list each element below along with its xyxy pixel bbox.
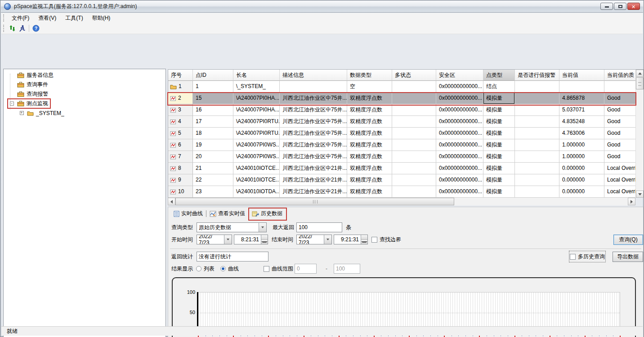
tab-0[interactable]: 实时曲线 bbox=[170, 209, 206, 219]
column-header-10[interactable]: 当前值的质 bbox=[604, 70, 636, 81]
restore-button[interactable] bbox=[614, 3, 626, 10]
cell-point-type: 结点 bbox=[483, 81, 515, 93]
table-row[interactable]: 922\A240010IOTCE...川西北江油作业区中21井...双精度浮点数… bbox=[168, 174, 644, 186]
tab-1[interactable]: 查看实时值 bbox=[206, 209, 248, 219]
dropdown-arrow-icon[interactable] bbox=[324, 235, 331, 244]
menu-item-2[interactable]: 工具(T) bbox=[61, 15, 87, 21]
table-row[interactable]: 619\A240007PI0WS...川西北江油作业区中75井...双精度浮点数… bbox=[168, 139, 644, 151]
column-header-9[interactable]: 当前值 bbox=[559, 70, 604, 81]
cell-long-name: \_SYSTEM_ bbox=[233, 81, 280, 93]
user-run-icon[interactable] bbox=[17, 24, 27, 33]
tree-item-3[interactable]: -测点监视 bbox=[4, 99, 165, 108]
start-time-spinner[interactable]: 8:21:31 bbox=[234, 235, 268, 244]
tab-2[interactable]: 历史数据 bbox=[249, 209, 286, 219]
table-vertical-scrollbar[interactable] bbox=[635, 70, 643, 198]
cell-point-id: 15 bbox=[193, 93, 233, 104]
cell-data-type: 双精度浮点数 bbox=[347, 104, 392, 116]
vertical-scroll-thumb[interactable] bbox=[636, 77, 644, 89]
checkbox-icon bbox=[371, 237, 377, 243]
export-data-button[interactable]: 导出数据 bbox=[613, 252, 643, 262]
cell-value-alarm bbox=[515, 81, 559, 93]
query-type-select[interactable]: 原始历史数据 bbox=[197, 222, 267, 232]
query-button[interactable]: 查询(Q) bbox=[613, 235, 643, 245]
end-time-spinner[interactable]: 9:21:31 bbox=[334, 235, 368, 244]
table-row[interactable]: 1023\A240010IOTDA...川西北江油作业区中21井...双精度浮点… bbox=[168, 186, 644, 198]
multi-history-checkbox[interactable]: 多历史查询 bbox=[570, 252, 605, 262]
scroll-right-button[interactable] bbox=[628, 198, 635, 205]
dropdown-arrow-icon[interactable] bbox=[259, 223, 266, 232]
collapse-icon[interactable]: - bbox=[10, 102, 14, 106]
column-header-0[interactable]: 序号 bbox=[168, 70, 193, 81]
row-seq-label: 6 bbox=[178, 139, 181, 151]
table-row[interactable]: 518\A240007PI0RTU...川西北江油作业区中75井...双精度浮点… bbox=[168, 128, 644, 139]
trend-tag-icon bbox=[170, 189, 176, 195]
cell-point-type: 模拟量 bbox=[483, 174, 515, 186]
tree-item-inner: 查询事件 bbox=[7, 80, 51, 90]
scroll-up-button[interactable] bbox=[636, 70, 644, 77]
trend-tag-icon bbox=[170, 131, 176, 136]
column-header-4[interactable]: 数据类型 bbox=[347, 70, 392, 81]
table-row[interactable]: 316\A240007PI0HA...川西北江油作业区中75井...双精度浮点数… bbox=[168, 104, 644, 116]
menu-item-0[interactable]: 文件(F) bbox=[7, 15, 34, 21]
minimize-button[interactable] bbox=[600, 3, 613, 10]
cell-security: 0x00000000000... bbox=[436, 93, 483, 104]
spinner-buttons[interactable] bbox=[361, 235, 367, 244]
table-row[interactable]: 11\_SYSTEM_空0x00000000000...结点 bbox=[168, 81, 644, 93]
trend-tag-icon bbox=[170, 107, 176, 113]
column-header-1[interactable]: 点ID bbox=[193, 70, 233, 81]
end-date-picker[interactable]: 2022/ 7/23 bbox=[296, 235, 332, 244]
help-icon[interactable]: ? bbox=[31, 24, 41, 33]
result-curve-radio[interactable]: 曲线 bbox=[220, 264, 239, 274]
range-max-value: 100 bbox=[336, 266, 345, 272]
cell-current-value: 4.835248 bbox=[559, 116, 604, 128]
row-header-cell: 1 bbox=[168, 81, 193, 93]
menu-item-1[interactable]: 查看(V) bbox=[34, 15, 61, 21]
column-header-3[interactable]: 描述信息 bbox=[280, 70, 347, 81]
expand-icon[interactable]: + bbox=[20, 111, 24, 115]
history-data-icon bbox=[252, 211, 259, 217]
cell-long-name: \A240010IOTCE... bbox=[233, 174, 280, 186]
table-row[interactable]: 417\A240007PI0RTU...川西北江油作业区中75井...双精度浮点… bbox=[168, 116, 644, 128]
column-header-2[interactable]: 长名 bbox=[233, 70, 280, 81]
tree-item-4[interactable]: +_SYSTEM_ bbox=[4, 108, 165, 118]
max-return-input[interactable]: 100 bbox=[296, 222, 342, 232]
column-header-7[interactable]: 点类型 bbox=[483, 70, 515, 81]
horizontal-scroll-thumb[interactable] bbox=[175, 198, 454, 205]
return-stats-box[interactable]: 没有进行统计 bbox=[197, 252, 268, 262]
close-button[interactable]: ✕ bbox=[627, 3, 640, 10]
view-tabs: 实时曲线查看实时值历史数据 bbox=[170, 208, 286, 219]
row-seq-label: 5 bbox=[178, 128, 181, 139]
table-row[interactable]: 821\A240010IOTCE...川西北江油作业区中21井...双精度浮点数… bbox=[168, 163, 644, 174]
table-row[interactable]: 215\A240007PI0HA...川西北江油作业区中75井...双精度浮点数… bbox=[168, 93, 644, 104]
column-header-6[interactable]: 安全区 bbox=[436, 70, 483, 81]
start-date-picker[interactable]: 2022/ 7/23 bbox=[197, 235, 232, 244]
table-horizontal-scrollbar[interactable] bbox=[168, 198, 635, 205]
tree-item-inner: -测点监视 bbox=[7, 98, 51, 109]
tree-item-0[interactable]: 服务器信息 bbox=[4, 71, 165, 80]
menu-item-3[interactable]: 帮助(H) bbox=[88, 15, 115, 21]
cell-point-type: 模拟量 bbox=[483, 151, 515, 163]
column-header-5[interactable]: 多状态 bbox=[392, 70, 436, 81]
column-header-8[interactable]: 是否进行值报警 bbox=[515, 70, 559, 81]
row-seq-label: 4 bbox=[178, 116, 181, 127]
tree-item-1[interactable]: 查询事件 bbox=[4, 80, 165, 89]
cell-value-alarm bbox=[515, 93, 559, 104]
curve-range-label: 曲线范围 bbox=[272, 264, 293, 274]
scroll-left-button[interactable] bbox=[168, 198, 175, 205]
expander-slot bbox=[9, 82, 15, 88]
spinner-buttons[interactable] bbox=[261, 235, 268, 244]
scroll-down-button[interactable] bbox=[636, 191, 644, 198]
range-min-input[interactable]: 0 bbox=[295, 264, 317, 274]
cell-quality: Good bbox=[604, 128, 636, 139]
range-max-input[interactable]: 100 bbox=[334, 264, 360, 274]
cell-current-value: 4.865878 bbox=[559, 93, 604, 104]
tree-item-2[interactable]: 查询报警 bbox=[4, 89, 165, 99]
refresh-icon[interactable] bbox=[7, 24, 17, 33]
toolbar-grip-icon bbox=[3, 25, 5, 32]
table-row[interactable]: 720\A240007PI0WS...川西北江油作业区中75井...双精度浮点数… bbox=[168, 151, 644, 163]
find-boundary-checkbox[interactable]: 查找边界 bbox=[371, 235, 401, 244]
curve-range-checkbox[interactable]: 曲线范围 bbox=[264, 264, 293, 274]
result-list-radio[interactable]: 列表 bbox=[196, 264, 215, 274]
cell-point-type: 模拟量 bbox=[483, 163, 515, 174]
dropdown-arrow-icon[interactable] bbox=[224, 235, 232, 244]
